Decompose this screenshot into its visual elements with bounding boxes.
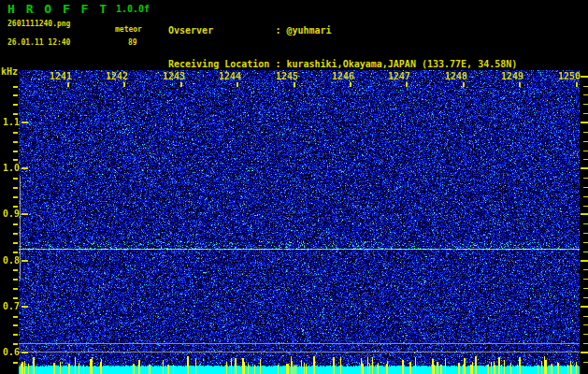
freq-axis-minor-tick bbox=[13, 196, 18, 198]
time-axis-label: 1247 bbox=[388, 71, 410, 82]
freq-axis-minor-tick bbox=[13, 132, 18, 134]
freq-axis-minor-tick bbox=[13, 324, 18, 326]
right-axis-minor-tick bbox=[583, 324, 588, 325]
right-axis-minor-tick bbox=[583, 233, 588, 234]
freq-axis-major-tick bbox=[22, 260, 28, 262]
freq-axis-minor-tick bbox=[13, 297, 18, 299]
freq-axis-minor-tick bbox=[13, 141, 18, 143]
time-axis-tick bbox=[519, 82, 521, 87]
freq-axis-minor-tick bbox=[13, 206, 18, 208]
right-axis-major-tick bbox=[581, 76, 588, 78]
right-axis-minor-tick bbox=[583, 297, 588, 298]
right-axis-minor-tick bbox=[583, 269, 588, 270]
freq-axis-major-tick bbox=[22, 122, 28, 123]
right-axis-minor-tick bbox=[583, 196, 588, 197]
right-axis-minor-tick bbox=[583, 362, 588, 363]
freq-axis-minor-tick bbox=[13, 113, 18, 115]
right-axis-minor-tick bbox=[583, 159, 588, 160]
freq-axis-unit-label: kHz bbox=[1, 66, 18, 77]
right-axis-minor-tick bbox=[583, 242, 588, 243]
time-axis-tick bbox=[576, 82, 578, 87]
right-axis-major-tick bbox=[581, 167, 588, 169]
info-line-observer: Ovserver : @yuhmari bbox=[168, 25, 517, 36]
echo-count: 89 bbox=[128, 38, 137, 47]
right-axis-minor-tick bbox=[583, 252, 588, 252]
time-axis-label: 1244 bbox=[219, 71, 241, 82]
right-axis-major-tick bbox=[581, 260, 588, 262]
right-axis-minor-tick bbox=[583, 104, 588, 105]
output-filename: 2601111240.png bbox=[7, 20, 70, 28]
freq-axis-minor-tick bbox=[13, 242, 18, 244]
right-axis-minor-tick bbox=[583, 316, 588, 317]
right-axis-minor-tick bbox=[583, 141, 588, 142]
time-axis-tick bbox=[180, 82, 182, 87]
time-axis-label: 1242 bbox=[106, 71, 128, 82]
time-axis-tick bbox=[67, 82, 69, 87]
app-title: H R O F F T bbox=[7, 2, 108, 16]
right-axis-minor-tick bbox=[583, 288, 588, 289]
freq-axis-label: 0.9 bbox=[0, 209, 20, 220]
time-axis-label: 1248 bbox=[445, 71, 467, 82]
freq-axis-minor-tick bbox=[13, 159, 18, 161]
time-axis-label: 1241 bbox=[50, 71, 72, 82]
freq-axis-minor-tick bbox=[13, 252, 18, 253]
time-axis-label: 1243 bbox=[163, 71, 185, 82]
spectrogram-canvas bbox=[19, 70, 580, 374]
time-axis-tick bbox=[237, 82, 238, 87]
freq-axis-minor-tick bbox=[13, 316, 18, 318]
right-axis-minor-tick bbox=[583, 132, 588, 133]
right-axis-minor-tick bbox=[583, 151, 588, 151]
freq-axis-label: 0.8 bbox=[0, 255, 20, 266]
freq-axis-major-tick bbox=[22, 352, 28, 353]
time-axis-tick bbox=[406, 82, 408, 87]
right-axis-minor-tick bbox=[583, 113, 588, 114]
freq-axis-minor-tick bbox=[13, 178, 18, 180]
time-axis-tick bbox=[123, 82, 125, 87]
freq-axis-minor-tick bbox=[13, 362, 18, 364]
right-axis-major-tick bbox=[581, 306, 588, 308]
right-axis-minor-tick bbox=[583, 334, 588, 335]
freq-axis-minor-tick bbox=[13, 104, 18, 106]
right-axis-major-tick bbox=[581, 352, 588, 353]
freq-axis-label: 1.1 bbox=[0, 117, 20, 128]
freq-axis-minor-tick bbox=[13, 94, 18, 96]
info-line-location: Receiving Location : kurashiki,Okayama,J… bbox=[168, 59, 517, 70]
freq-axis-minor-tick bbox=[13, 223, 18, 225]
freq-axis-label: 0.7 bbox=[0, 301, 20, 312]
freq-axis-major-tick bbox=[22, 167, 28, 169]
right-axis-minor-tick bbox=[583, 279, 588, 280]
right-axis-minor-tick bbox=[583, 206, 588, 207]
time-axis-label: 1246 bbox=[332, 71, 354, 82]
time-axis-label: 1245 bbox=[276, 71, 298, 82]
app-version: 1.0.0f bbox=[116, 4, 150, 14]
time-axis-tick bbox=[350, 82, 351, 87]
hrofft-app-window: H R O F F T 1.0.0f 2601111240.png meteor… bbox=[0, 0, 588, 374]
time-axis-label: 1250 bbox=[558, 71, 581, 82]
freq-axis-minor-tick bbox=[13, 334, 18, 336]
observation-mode: meteor bbox=[115, 25, 142, 34]
freq-axis-minor-tick bbox=[13, 187, 18, 189]
freq-axis-major-tick bbox=[22, 213, 28, 215]
right-axis-major-tick bbox=[581, 213, 588, 215]
freq-axis-minor-tick bbox=[13, 233, 18, 235]
right-axis-minor-tick bbox=[583, 178, 588, 179]
freq-axis-minor-tick bbox=[13, 86, 18, 88]
freq-axis-minor-tick bbox=[13, 288, 18, 290]
right-axis-minor-tick bbox=[583, 343, 588, 344]
freq-axis-major-tick bbox=[22, 306, 28, 308]
observation-datetime: 26.01.11 12:40 bbox=[7, 38, 70, 47]
freq-axis-label: 0.6 bbox=[0, 347, 20, 358]
time-axis-tick bbox=[294, 82, 295, 87]
right-axis-minor-tick bbox=[583, 86, 588, 87]
freq-axis-minor-tick bbox=[13, 279, 18, 280]
freq-axis-minor-tick bbox=[13, 151, 18, 152]
time-axis-label: 1249 bbox=[501, 71, 523, 82]
freq-axis-minor-tick bbox=[13, 343, 18, 345]
time-axis-tick bbox=[463, 82, 465, 87]
freq-axis-minor-tick bbox=[13, 269, 18, 271]
right-axis-minor-tick bbox=[583, 187, 588, 188]
right-axis-minor-tick bbox=[583, 223, 588, 224]
right-axis-major-tick bbox=[581, 122, 588, 123]
right-axis-minor-tick bbox=[583, 94, 588, 95]
freq-axis-label: 1.0 bbox=[0, 163, 20, 174]
